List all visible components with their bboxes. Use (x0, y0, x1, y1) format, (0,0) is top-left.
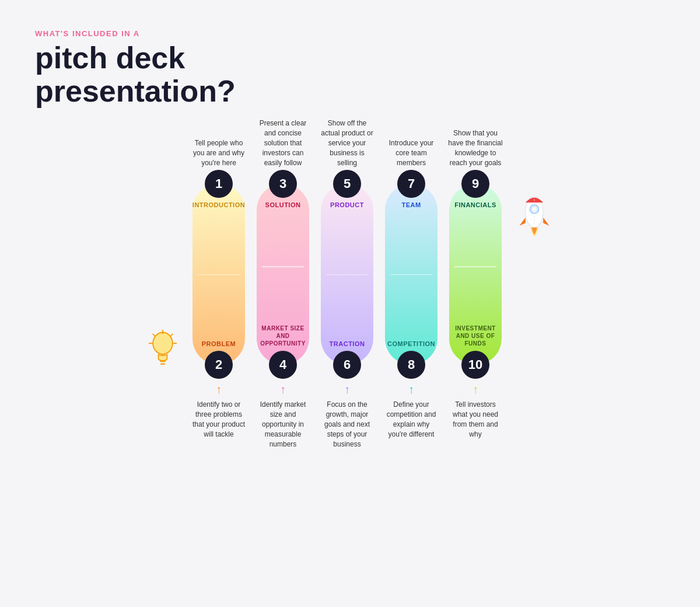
col-9-10: Show that you have the financial knowled… (444, 125, 507, 445)
pill-label-1: INTRODUCTION (188, 201, 250, 208)
pill-3-4: SOLUTION MARKET SIZE AND OPPORTUNITY 3 4 (257, 184, 309, 365)
pill-label-8: COMPETITION (383, 340, 440, 347)
bulb-icon (145, 329, 180, 369)
label-9: Show that you have the financial knowled… (444, 125, 507, 168)
subtitle: WHAT'S INCLUDED IN A (35, 29, 665, 38)
arrow-up-4: ↑ (280, 383, 286, 395)
num-10: 10 (461, 351, 489, 379)
num-1: 1 (205, 170, 233, 198)
arrow-up-2: ↑ (216, 383, 222, 395)
pill-label-5: PRODUCT (326, 201, 369, 208)
col-7-8: Introduce your core team members ↓ TEAM … (380, 125, 443, 445)
pill-1-2: INTRODUCTION PROBLEM 1 2 (192, 184, 245, 365)
label-1: Tell people who you are and why you're h… (187, 125, 250, 168)
label-3: Present a clear and concise solution tha… (251, 124, 314, 168)
label-2: Identify two or three problems that your… (187, 397, 250, 445)
arrow-up-6: ↑ (344, 383, 350, 395)
col-1-2: Tell people who you are and why you're h… (187, 125, 250, 445)
svg-point-0 (153, 333, 173, 354)
label-7: Introduce your core team members (380, 125, 443, 168)
svg-line-4 (153, 334, 155, 337)
num-2: 2 (205, 351, 233, 379)
num-9: 9 (461, 170, 489, 198)
rocket-icon (514, 193, 555, 245)
arrow-up-10: ↑ (473, 383, 478, 395)
svg-line-5 (170, 334, 173, 337)
num-4: 4 (269, 351, 297, 379)
pill-label-3: SOLUTION (261, 201, 306, 208)
bulb-icon-col (139, 125, 186, 445)
title: pitch deck presentation? (35, 41, 665, 108)
label-10: Tell investors what you need from them a… (444, 397, 507, 445)
pill-7-8: TEAM COMPETITION 7 8 (385, 184, 438, 365)
pill-label-9: FINANCIALS (450, 201, 501, 208)
num-3: 3 (269, 170, 297, 198)
pill-label-4: MARKET SIZE AND OPPORTUNITY (256, 325, 310, 347)
col-3-4: Present a clear and concise solution tha… (251, 125, 314, 445)
label-8: Define your competition and explain why … (380, 397, 443, 445)
num-7: 7 (397, 170, 425, 198)
pill-9-10: FINANCIALS INVESTMENT AND USE OF FUNDS 9… (449, 184, 502, 365)
arrow-up-8: ↑ (408, 383, 414, 395)
pill-5-6: PRODUCT TRACTION 5 6 (321, 184, 373, 365)
infographic: Tell people who you are and why you're h… (35, 125, 665, 445)
label-4: Identify market size and opportunity in … (251, 397, 314, 449)
num-6: 6 (333, 351, 361, 379)
rocket-icon-col (508, 125, 561, 445)
pill-label-7: TEAM (397, 201, 425, 208)
pill-label-10: INVESTMENT AND USE OF FUNDS (449, 325, 502, 347)
pill-label-2: PROBLEM (197, 340, 241, 347)
col-5-6: Show off the actual product or service y… (316, 125, 379, 445)
main-container: WHAT'S INCLUDED IN A pitch deck presenta… (0, 0, 700, 607)
label-5: Show off the actual product or service y… (316, 124, 379, 168)
num-8: 8 (397, 351, 425, 379)
num-5: 5 (333, 170, 361, 198)
pill-label-6: TRACTION (325, 340, 370, 347)
label-6: Focus on the growth, major goals and nex… (316, 397, 379, 449)
